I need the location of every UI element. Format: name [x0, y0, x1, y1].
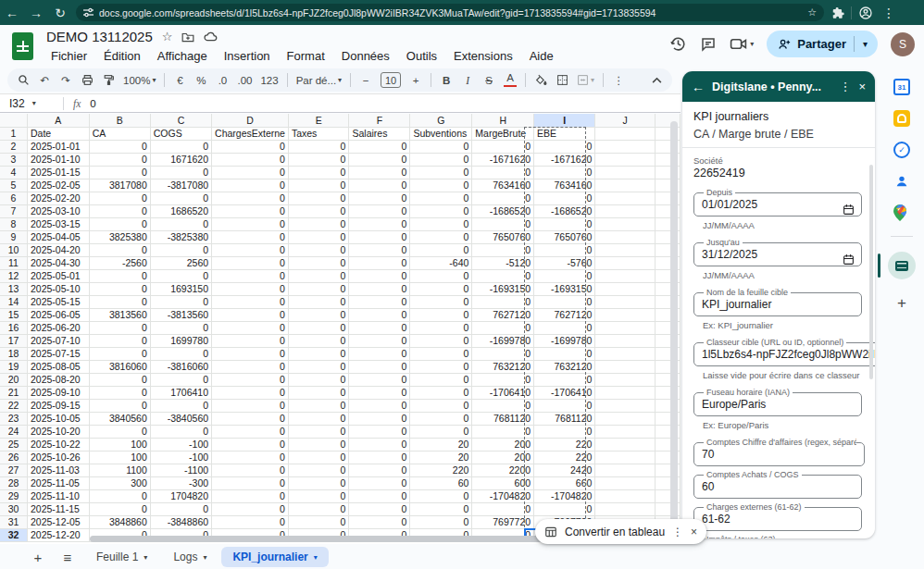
cell[interactable]: 0 — [472, 243, 534, 256]
maps-icon[interactable] — [893, 204, 910, 221]
cell[interactable]: -1704820 — [534, 489, 595, 502]
cell[interactable]: 0 — [288, 438, 349, 451]
cell[interactable]: 0 — [472, 399, 534, 412]
cell[interactable]: 0 — [150, 425, 211, 438]
cell[interactable]: -5760 — [534, 256, 595, 269]
cell[interactable]: 0 — [288, 489, 349, 502]
cell[interactable]: 0 — [349, 243, 410, 256]
cell[interactable]: 0 — [150, 295, 211, 308]
cell[interactable] — [595, 269, 656, 282]
cell[interactable]: 0 — [288, 217, 349, 230]
meet-video-icon[interactable]: ▾ — [730, 37, 754, 51]
sheet-tab-logs[interactable]: Logs▾ — [162, 547, 218, 567]
row-header-29[interactable]: 29 — [0, 489, 27, 502]
cell[interactable]: 0 — [89, 243, 150, 256]
cell[interactable]: 0 — [288, 476, 349, 489]
cell[interactable]: 0 — [349, 308, 410, 321]
cell[interactable]: 220 — [534, 451, 595, 464]
cell[interactable]: 2025-04-30 — [27, 256, 89, 269]
cell[interactable]: 0 — [288, 386, 349, 399]
cell[interactable]: 0 — [349, 489, 410, 502]
cell[interactable]: 0 — [288, 451, 349, 464]
cell[interactable]: 0 — [534, 140, 595, 153]
font-select[interactable]: Par dé...▾ — [296, 75, 342, 86]
cell[interactable]: -1706410 — [472, 386, 534, 399]
menu-item-insertion[interactable]: Insertion — [218, 47, 277, 65]
cell[interactable]: 0 — [410, 243, 472, 256]
cell[interactable]: 0 — [212, 464, 289, 476]
cell[interactable]: 0 — [410, 269, 472, 282]
browser-reload-icon[interactable]: ↻ — [48, 6, 72, 20]
cell[interactable]: 0 — [212, 217, 289, 230]
cell[interactable]: 3817080 — [89, 179, 150, 192]
cell[interactable]: 0 — [472, 166, 534, 179]
cell[interactable]: 0 — [212, 230, 289, 243]
cell[interactable]: 1686520 — [150, 204, 211, 217]
cell[interactable]: 0 — [349, 269, 410, 282]
cell[interactable]: 0 — [212, 476, 289, 489]
cell[interactable]: 0 — [150, 502, 211, 515]
cell[interactable]: 0 — [349, 425, 410, 438]
cell[interactable]: 0 — [410, 295, 472, 308]
cell[interactable]: 0 — [89, 399, 150, 412]
search-icon[interactable] — [17, 74, 30, 86]
cell[interactable]: 0 — [534, 269, 595, 282]
cell[interactable]: 200 — [472, 438, 534, 451]
cell[interactable]: 0 — [472, 269, 534, 282]
cell[interactable]: 0 — [534, 373, 595, 386]
cell[interactable]: 0 — [89, 282, 150, 295]
cell[interactable]: 0 — [212, 140, 289, 153]
cell[interactable] — [595, 476, 656, 489]
sidebar-close-icon[interactable]: × — [858, 80, 866, 93]
vertical-scrollbar[interactable] — [670, 121, 678, 528]
cell[interactable]: Date — [27, 127, 89, 140]
cell[interactable]: -3840560 — [150, 412, 211, 425]
cell[interactable]: 0 — [410, 140, 472, 153]
cell[interactable]: 0 — [349, 334, 410, 347]
cell[interactable]: 0 — [349, 217, 410, 230]
cell[interactable]: 0 — [212, 308, 289, 321]
cell[interactable]: 0 — [288, 295, 349, 308]
cell[interactable]: 3816060 — [89, 360, 150, 373]
cell[interactable]: -1671620 — [534, 153, 595, 166]
row-header-8[interactable]: 8 — [0, 217, 27, 230]
cell[interactable]: 0 — [212, 386, 289, 399]
name-box-caret-icon[interactable]: ▾ — [32, 99, 36, 107]
spreadsheet-grid[interactable]: ABCDEFGHIJ1DateCACOGSChargesExterneTaxes… — [0, 114, 681, 544]
cell[interactable]: 60 — [410, 476, 472, 489]
cell[interactable]: -1686520 — [534, 204, 595, 217]
cell[interactable] — [595, 347, 656, 360]
cell[interactable]: -640 — [410, 256, 472, 269]
cell[interactable]: 0 — [349, 515, 410, 528]
field-input[interactable]: 70 — [702, 448, 856, 461]
all-sheets-menu-icon[interactable]: ≡ — [56, 550, 80, 565]
cell[interactable]: 0 — [288, 256, 349, 269]
cell[interactable]: 0 — [212, 334, 289, 347]
row-header-4[interactable]: 4 — [0, 166, 27, 179]
cell[interactable]: 2025-08-20 — [27, 373, 89, 386]
row-header-10[interactable]: 10 — [0, 243, 27, 256]
cell[interactable]: 0 — [410, 373, 472, 386]
account-avatar[interactable]: S — [891, 32, 915, 56]
row-header-9[interactable]: 9 — [0, 230, 27, 243]
cell[interactable]: 2025-10-22 — [27, 438, 89, 451]
row-header-17[interactable]: 17 — [0, 334, 27, 347]
cell[interactable]: 0 — [288, 347, 349, 360]
cell[interactable] — [595, 321, 656, 334]
row-header-12[interactable]: 12 — [0, 269, 27, 282]
browser-forward-icon[interactable]: → — [24, 6, 48, 20]
cell[interactable]: 2025-11-03 — [27, 464, 89, 476]
cell[interactable]: 0 — [472, 140, 534, 153]
increase-decimal-icon[interactable]: .00 — [237, 75, 252, 86]
cell[interactable]: 0 — [89, 321, 150, 334]
cell[interactable]: -1693150 — [534, 282, 595, 295]
cell[interactable]: 0 — [410, 166, 472, 179]
cell[interactable]: 1671620 — [150, 153, 211, 166]
field-input[interactable]: 01/01/2025 — [702, 198, 854, 211]
cell[interactable]: 0 — [410, 360, 472, 373]
cell[interactable]: 0 — [212, 269, 289, 282]
cell[interactable]: 0 — [349, 282, 410, 295]
column-header-E[interactable]: E — [288, 114, 349, 127]
cell[interactable]: 0 — [349, 295, 410, 308]
cell[interactable]: 0 — [472, 425, 534, 438]
